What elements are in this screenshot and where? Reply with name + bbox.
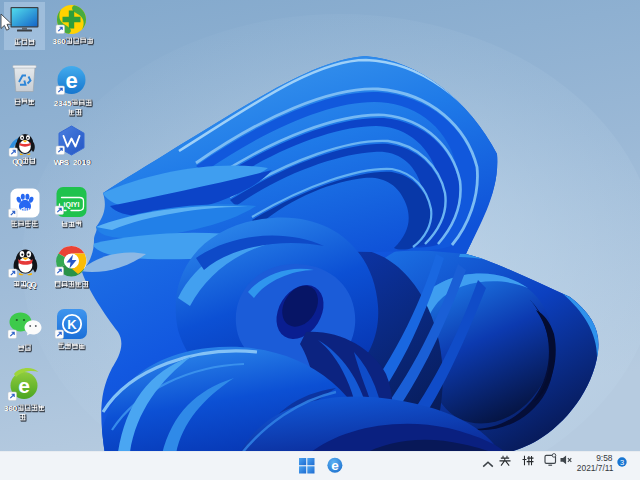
svg-text:e: e bbox=[18, 374, 30, 397]
svg-text:Q: Q bbox=[30, 280, 36, 289]
svg-text:e: e bbox=[331, 458, 339, 473]
svg-text:Q: Q bbox=[17, 157, 23, 166]
svg-text:9:58: 9:58 bbox=[596, 453, 613, 463]
svg-text:0: 0 bbox=[13, 404, 18, 413]
svg-text:du: du bbox=[21, 205, 30, 214]
svg-text:3: 3 bbox=[620, 458, 624, 467]
svg-text:5: 5 bbox=[67, 99, 72, 108]
svg-text:K: K bbox=[67, 317, 77, 332]
svg-text:iQIYI: iQIYI bbox=[64, 201, 80, 209]
svg-text:e: e bbox=[65, 68, 77, 93]
svg-text:2021/7/11: 2021/7/11 bbox=[577, 463, 614, 473]
svg-text:0: 0 bbox=[61, 37, 66, 46]
svg-text:S: S bbox=[64, 158, 70, 167]
svg-text:9: 9 bbox=[86, 158, 91, 167]
